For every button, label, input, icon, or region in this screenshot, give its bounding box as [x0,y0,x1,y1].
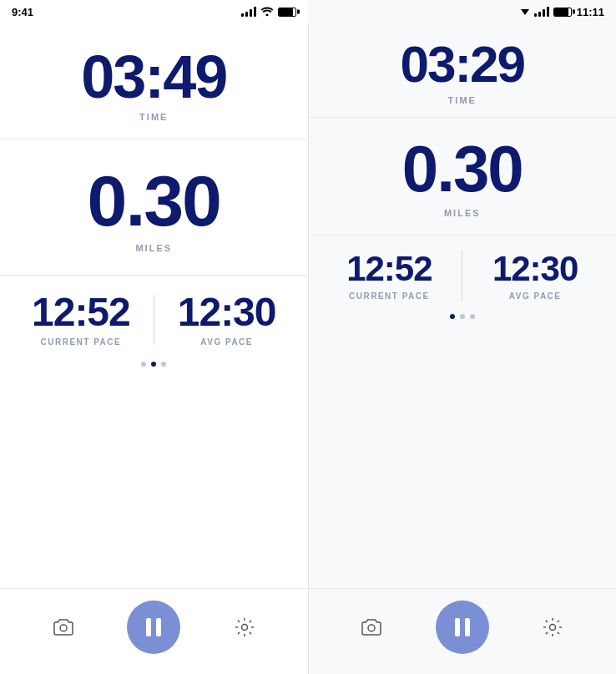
left-avg-pace-label: AVG PACE [200,337,253,347]
right-current-pace-label: CURRENT PACE [349,291,430,301]
left-pause-button[interactable] [127,601,180,654]
right-signal-icon [534,7,549,17]
left-controls [0,588,308,674]
left-status-icons [241,6,296,18]
left-phone-panel: 03:49 TIME 0.30 MILES 12:52 CURRENT PACE… [0,23,308,674]
right-phone-panel: 03:29 TIME 0.30 MILES 12:52 CURRENT PACE… [308,23,617,674]
right-pause-button[interactable] [436,601,489,654]
svg-point-3 [368,625,375,631]
svg-point-4 [550,625,556,631]
right-dot-1[interactable] [450,314,455,319]
right-avg-pace-label: AVG PACE [509,291,562,301]
left-settings-button[interactable] [232,615,257,640]
right-status-time: 11:11 [577,6,604,18]
left-dots [0,355,308,372]
left-dot-3[interactable] [161,362,166,367]
right-time-section: 03:29 TIME [309,23,617,118]
right-camera-icon [359,615,384,640]
status-bar-container: 9:41 [0,0,616,23]
right-current-pace-block: 12:52 CURRENT PACE [326,251,454,301]
right-dot-3[interactable] [470,314,475,319]
right-controls [309,588,617,674]
left-time-value: 03:49 [81,47,226,107]
left-status-bar: 9:41 [0,0,308,23]
right-time-label: TIME [448,95,477,105]
svg-point-1 [60,625,67,631]
left-status-time: 9:41 [12,6,33,18]
left-current-pace-block: 12:52 CURRENT PACE [17,292,145,347]
right-pace-divider [462,251,462,301]
phones-container: 03:49 TIME 0.30 MILES 12:52 CURRENT PACE… [0,23,616,674]
left-camera-icon [51,615,76,640]
left-settings-icon [232,615,257,640]
left-dot-1[interactable] [141,362,146,367]
right-battery-icon [553,8,572,17]
right-settings-button[interactable] [540,615,565,640]
wifi-icon [260,6,274,18]
signal-icon [241,7,256,17]
left-avg-pace-value: 12:30 [178,292,276,332]
left-current-pace-value: 12:52 [32,292,130,332]
left-miles-value: 0.30 [88,165,220,236]
left-miles-section: 0.30 MILES [0,139,308,276]
right-current-pace-value: 12:52 [346,251,432,286]
right-camera-button[interactable] [359,615,384,640]
left-miles-label: MILES [135,243,172,253]
left-camera-button[interactable] [51,615,76,640]
left-time-section: 03:49 TIME [0,23,308,139]
left-pace-section: 12:52 CURRENT PACE 12:30 AVG PACE [0,276,308,355]
right-dot-2[interactable] [460,314,465,319]
left-pause-icon [146,618,161,636]
right-miles-section: 0.30 MILES [309,118,617,236]
battery-icon [278,8,296,17]
right-pause-icon [455,618,470,636]
right-dots [309,307,617,324]
left-current-pace-label: CURRENT PACE [41,337,122,347]
right-avg-pace-block: 12:30 AVG PACE [471,251,599,301]
right-pace-section: 12:52 CURRENT PACE 12:30 AVG PACE [309,236,617,307]
right-miles-value: 0.30 [402,136,523,201]
svg-marker-0 [521,9,529,15]
left-dot-2[interactable] [151,362,156,367]
left-time-label: TIME [139,112,168,122]
svg-point-2 [241,625,247,631]
left-avg-pace-block: 12:30 AVG PACE [163,292,291,347]
right-avg-pace-value: 12:30 [492,251,578,286]
right-settings-icon [540,615,565,640]
right-status-bar: 11:11 [308,0,616,23]
right-status-icons [520,7,572,17]
wifi-down-icon [520,7,530,17]
right-miles-label: MILES [444,208,481,218]
left-pace-divider [154,295,154,345]
right-time-value: 03:29 [400,38,524,90]
